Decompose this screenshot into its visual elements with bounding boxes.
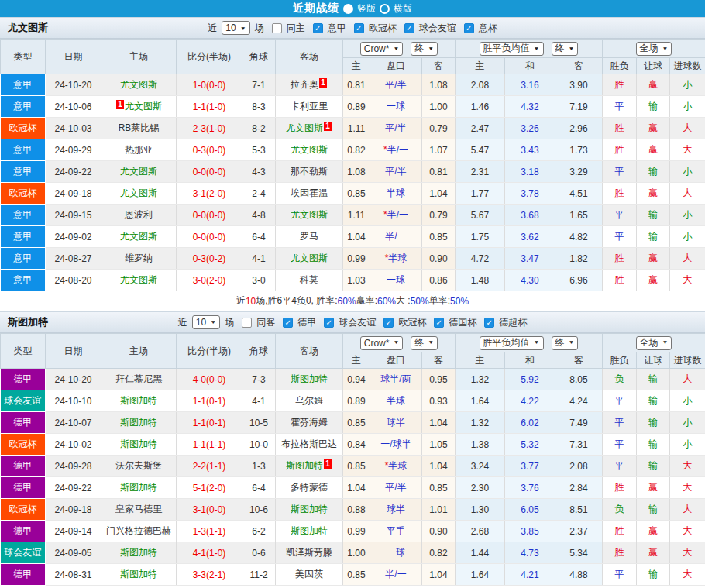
home-odds: 1.00: [343, 542, 370, 564]
team-name[interactable]: 尤文图斯: [120, 231, 157, 242]
avg-stage-select[interactable]: 终▼: [552, 336, 579, 350]
team-name[interactable]: 尤文图斯1: [286, 122, 332, 133]
team-name[interactable]: RB莱比锡: [119, 122, 160, 133]
match-score[interactable]: 0-0(0-0): [193, 167, 226, 177]
team-name[interactable]: 卡利亚里: [291, 101, 328, 112]
odds-stage-select[interactable]: 终▼: [411, 42, 438, 56]
team-name[interactable]: 斯图加特: [120, 438, 157, 449]
match-count-select[interactable]: 10▼: [222, 21, 249, 35]
avg-odds-select[interactable]: 胜平负均值▼: [480, 42, 544, 56]
team-name[interactable]: 尤文图斯: [291, 209, 328, 220]
team-name[interactable]: 拜仁慕尼黑: [115, 373, 162, 384]
bookmaker-select[interactable]: Crow*▼: [360, 42, 404, 56]
team-name[interactable]: 斯图加特: [291, 525, 328, 536]
league-checkbox[interactable]: ✓: [434, 318, 444, 328]
team-name[interactable]: 拉齐奥1: [291, 79, 328, 90]
result-goals: 大: [670, 477, 705, 499]
team-name-heading[interactable]: 斯图加特: [8, 315, 48, 329]
league-checkbox[interactable]: ✓: [404, 23, 414, 33]
team-name[interactable]: 霍芬海姆: [291, 417, 328, 428]
team-name[interactable]: 斯图加特: [120, 395, 157, 406]
match-score[interactable]: 0-3(0-0): [193, 145, 226, 156]
match-score[interactable]: 1-3(1-1): [193, 526, 226, 537]
result-goals: 大: [670, 270, 705, 291]
handicap-value: 球半: [387, 504, 405, 514]
team-name[interactable]: 斯图加特: [291, 373, 328, 384]
team-name[interactable]: 斯图加特1: [286, 460, 332, 471]
same-venue-checkbox[interactable]: [242, 318, 252, 328]
team-name[interactable]: 尤文图斯: [291, 144, 328, 155]
match-score[interactable]: 1-1(1-0): [193, 101, 226, 112]
league-checkbox[interactable]: ✓: [283, 318, 293, 328]
team-name[interactable]: 乌尔姆: [295, 395, 323, 406]
bookmaker-select[interactable]: Crow*▼: [360, 336, 404, 350]
team-name[interactable]: 恩波利: [125, 209, 153, 220]
league-checkbox[interactable]: ✓: [383, 318, 394, 328]
team-name[interactable]: 斯图加特: [120, 482, 157, 493]
match-score[interactable]: 3-1(2-0): [193, 188, 226, 199]
avg-odds-select[interactable]: 胜平负均值▼: [480, 336, 544, 350]
match-score[interactable]: 3-1(0-0): [193, 504, 226, 515]
team-name[interactable]: 埃因霍温: [291, 187, 328, 198]
filter-bar: 近10▼场同主✓意甲✓欧冠杯✓球会友谊✓意杯: [206, 21, 498, 35]
match-score[interactable]: 4-0(0-0): [193, 374, 226, 385]
team-name[interactable]: 斯图加特: [120, 417, 157, 428]
team-name[interactable]: 尤文图斯: [120, 274, 157, 285]
team-name[interactable]: 尤文图斯: [120, 187, 157, 198]
match-score[interactable]: 2-2(1-1): [193, 461, 226, 472]
team-name[interactable]: 斯图加特: [291, 504, 328, 514]
match-score[interactable]: 5-1(2-0): [193, 483, 226, 493]
away-odds: 1.08: [422, 74, 456, 96]
team-name[interactable]: 皇家马德里: [115, 504, 162, 514]
result-goals: 小: [670, 74, 705, 96]
match-count-select[interactable]: 10▼: [192, 315, 220, 329]
match-score[interactable]: 0-0(0-0): [193, 232, 226, 242]
team-name[interactable]: 罗马: [300, 231, 318, 242]
match-score[interactable]: 3-3(2-1): [193, 569, 226, 580]
match-score[interactable]: 1-1(0-1): [193, 396, 226, 407]
corner-count: 6-4: [242, 477, 276, 499]
match-score[interactable]: 0-3(0-2): [193, 253, 226, 264]
result-wdl: 胜: [603, 74, 637, 96]
match-score[interactable]: 2-3(1-0): [193, 123, 226, 134]
layout-radio-horizontal[interactable]: [380, 4, 390, 14]
team-name[interactable]: 科莫: [300, 274, 318, 285]
fullmatch-select[interactable]: 全场▼: [636, 42, 672, 56]
team-name[interactable]: 尤文图斯: [291, 253, 328, 263]
team-name[interactable]: 多特蒙德: [291, 482, 328, 493]
match-score[interactable]: 0-0(0-0): [193, 210, 226, 221]
same-venue-checkbox[interactable]: [272, 23, 282, 33]
league-checkbox[interactable]: ✓: [324, 318, 334, 328]
team-name[interactable]: 凯泽斯劳滕: [286, 547, 332, 558]
result-goals: 大: [670, 499, 705, 521]
avg-stage-select[interactable]: 终▼: [552, 42, 579, 56]
match-score[interactable]: 1-1(0-1): [193, 418, 226, 428]
odds-stage-select[interactable]: 终▼: [411, 336, 438, 350]
team-name[interactable]: 门兴格拉德巴赫: [106, 525, 171, 536]
layout-radio-vertical-label[interactable]: 竖版: [357, 2, 376, 15]
team-name[interactable]: 那不勒斯: [291, 166, 328, 177]
team-name[interactable]: 维罗纳: [125, 253, 153, 263]
match-score[interactable]: 1-0(0-0): [193, 80, 226, 91]
layout-radio-horizontal-label[interactable]: 横版: [394, 2, 412, 15]
league-checkbox[interactable]: ✓: [484, 318, 494, 328]
match-score[interactable]: 3-0(2-0): [193, 275, 226, 286]
team-name[interactable]: 沃尔夫斯堡: [115, 460, 162, 471]
team-name[interactable]: 斯图加特: [120, 569, 157, 579]
match-score[interactable]: 1-1(1-1): [193, 439, 226, 450]
team-name[interactable]: 热那亚: [125, 144, 153, 155]
league-checkbox[interactable]: ✓: [354, 23, 364, 33]
team-name[interactable]: 1尤文图斯: [115, 101, 162, 112]
team-name-heading[interactable]: 尤文图斯: [8, 21, 48, 35]
team-name[interactable]: 布拉格斯巴达: [281, 438, 337, 449]
team-name[interactable]: 美因茨: [295, 569, 323, 579]
match-score[interactable]: 4-1(1-0): [193, 548, 226, 559]
league-checkbox[interactable]: ✓: [464, 23, 474, 33]
team-name[interactable]: 斯图加特: [120, 547, 157, 558]
layout-radio-vertical[interactable]: [343, 4, 353, 14]
fullmatch-select[interactable]: 全场▼: [636, 336, 672, 350]
league-checkbox[interactable]: ✓: [313, 23, 323, 33]
team-name[interactable]: 尤文图斯: [120, 79, 157, 90]
corner-count: 1-3: [242, 456, 276, 477]
team-name[interactable]: 尤文图斯: [120, 166, 157, 177]
